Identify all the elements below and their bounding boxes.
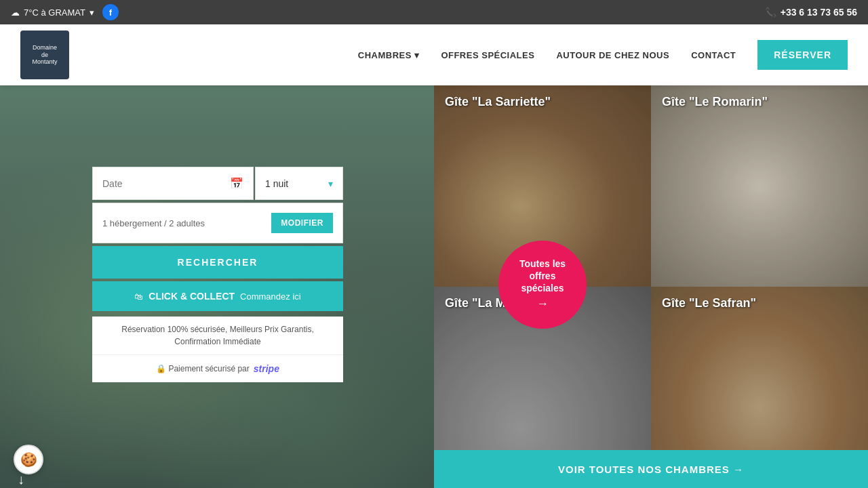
nav-chambres[interactable]: CHAMBRES ▾ (358, 50, 420, 60)
top-bar: ☁ 7°C à GRAMAT ▾ f 📞 +33 6 13 73 65 56 (0, 0, 868, 24)
facebook-icon[interactable]: f (102, 4, 119, 20)
offers-circle-line3: spéciales (521, 282, 564, 294)
date-input[interactable] (102, 178, 230, 189)
modifier-button[interactable]: MODIFIER (271, 213, 333, 233)
scroll-down-icon[interactable]: ↓ (18, 472, 24, 487)
nav-autour[interactable]: AUTOUR DE CHEZ NOUS (556, 50, 669, 60)
rechercher-button[interactable]: RECHERCHER (92, 246, 343, 279)
offers-circle-line2: offres (530, 270, 556, 282)
calendar-icon: 📅 (230, 177, 243, 190)
site-logo[interactable]: DomainedeMontanty (20, 30, 69, 79)
reserver-button[interactable]: RÉSERVER (757, 40, 848, 70)
booking-date-row: 📅 1 nuit 2 nuits 3 nuits 7 nuits ▾ (92, 167, 343, 200)
select-arrow-icon: ▾ (328, 178, 333, 189)
gite-sarriette-label: Gîte "La Sarriette" (445, 95, 551, 109)
nights-select[interactable]: 1 nuit 2 nuits 3 nuits 7 nuits (265, 178, 328, 189)
offers-circle-line1: Toutes les (519, 258, 566, 270)
voir-chambres-bar[interactable]: VOIR TOUTES NOS CHAMBRES → (434, 450, 868, 488)
weather-text: 7°C à GRAMAT (24, 7, 85, 18)
nav-contact[interactable]: CONTACT (691, 50, 736, 60)
voir-chambres-label: VOIR TOUTES NOS CHAMBRES → (558, 464, 744, 475)
guests-row: 1 hébergement / 2 adultes MODIFIER (92, 203, 343, 243)
chevron-down-icon: ▾ (414, 50, 420, 60)
stripe-payment-row: 🔒 Paiement sécurisé par stripe (92, 354, 343, 382)
nights-select-wrapper[interactable]: 1 nuit 2 nuits 3 nuits 7 nuits ▾ (255, 167, 343, 200)
weather-dropdown-arrow[interactable]: ▾ (90, 7, 94, 18)
gite-romarin[interactable]: Gîte "Le Romarin" (651, 85, 868, 287)
stripe-logo: stripe (254, 363, 279, 374)
phone-icon: 📞 (765, 7, 776, 18)
logo-text: DomainedeMontanty (32, 44, 57, 66)
cloud-icon: ☁ (11, 7, 20, 18)
cookie-button[interactable]: 🍪 (14, 445, 43, 474)
gite-safran-label: Gîte "Le Safran" (662, 296, 756, 310)
offers-circle-button[interactable]: Toutes les offres spéciales → (498, 241, 587, 329)
gite-romarin-label: Gîte "Le Romarin" (662, 95, 768, 109)
click-collect-button[interactable]: 🛍 CLICK & COLLECT Commandez ici (92, 281, 343, 311)
click-collect-icon: 🛍 (134, 291, 143, 302)
click-collect-sub: Commandez ici (240, 291, 301, 302)
gite-romarin-image (651, 85, 868, 287)
secure-text: Réservation 100% sécurisée, Meilleurs Pr… (92, 317, 343, 354)
phone-text: +33 6 13 73 65 56 (781, 7, 857, 18)
weather-widget[interactable]: ☁ 7°C à GRAMAT ▾ (11, 7, 94, 18)
booking-widget: 📅 1 nuit 2 nuits 3 nuits 7 nuits ▾ 1 héb… (92, 167, 343, 382)
guests-text: 1 hébergement / 2 adultes (102, 218, 205, 228)
nav-offres-speciales[interactable]: OFFRES SPÉCIALES (441, 50, 534, 60)
click-collect-label: CLICK & COLLECT (149, 291, 235, 302)
phone-number: 📞 +33 6 13 73 65 56 (765, 7, 857, 18)
date-field[interactable]: 📅 (92, 167, 254, 200)
stripe-prefix: 🔒 Paiement sécurisé par (156, 364, 250, 373)
nav-links: CHAMBRES ▾ OFFRES SPÉCIALES AUTOUR DE CH… (358, 40, 848, 70)
navbar: DomainedeMontanty CHAMBRES ▾ OFFRES SPÉC… (0, 24, 868, 85)
offers-arrow-icon: → (536, 296, 549, 312)
